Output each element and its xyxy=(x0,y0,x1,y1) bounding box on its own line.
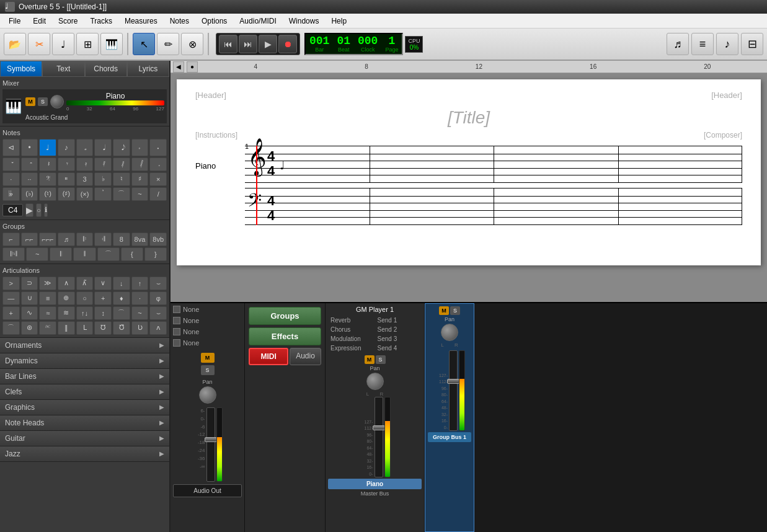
tab-text[interactable]: Text xyxy=(42,61,84,77)
menu-options[interactable]: Options xyxy=(195,16,233,27)
artic3-7[interactable]: ~ xyxy=(131,306,149,320)
dot-icon-8[interactable]: × xyxy=(149,172,167,186)
graphics-header[interactable]: Graphics ▶ xyxy=(0,400,169,415)
artic2-3[interactable]: ⊕ xyxy=(58,291,75,305)
note-icon-5[interactable]: 𝅘𝅥 xyxy=(94,139,112,156)
chord-button[interactable]: ≡ xyxy=(691,33,714,55)
circle-btn[interactable]: ○ xyxy=(36,203,42,217)
artic2-6[interactable]: ♦ xyxy=(113,291,130,305)
info-btn[interactable]: ℹ xyxy=(44,203,48,217)
none-checkbox-2[interactable] xyxy=(173,328,180,335)
note-icon-4[interactable]: 𝅗 xyxy=(76,139,94,156)
group-icon-3[interactable]: ♬ xyxy=(58,233,75,246)
group-icon-7[interactable]: 8va xyxy=(131,233,149,246)
artic2-4[interactable]: ○ xyxy=(76,291,94,305)
back-button[interactable]: ⏭ xyxy=(239,35,257,53)
menu-measures[interactable]: Measures xyxy=(118,16,164,27)
master-s-button[interactable]: S xyxy=(201,365,215,375)
mixer-m-button[interactable]: M xyxy=(25,97,35,106)
artic4-6[interactable]: Ʊ̃ xyxy=(113,321,130,335)
gm-send-3[interactable]: Send 3 xyxy=(375,334,422,344)
guitar-header[interactable]: Guitar ▶ xyxy=(0,431,169,446)
master-pan-knob[interactable] xyxy=(199,386,216,404)
artic-8[interactable]: ⌣ xyxy=(149,277,167,290)
group-icon-0[interactable]: ⌐ xyxy=(2,233,20,246)
grid-button[interactable]: ⊞ xyxy=(76,33,99,55)
erase-button[interactable]: ⊗ xyxy=(181,33,203,55)
select-button[interactable]: ↖ xyxy=(133,33,155,55)
acc-icon-6[interactable]: ⌒ xyxy=(113,187,130,201)
group-icon-5[interactable]: 𝄇 xyxy=(94,233,112,246)
staff-button[interactable]: ♬ xyxy=(667,33,689,55)
group2-4[interactable]: ⌒ xyxy=(97,247,120,261)
audio-button[interactable]: Audio xyxy=(290,348,321,365)
note-icon-8[interactable]: 𝆺 xyxy=(149,139,167,156)
artic2-5[interactable]: + xyxy=(94,291,112,305)
acc-icon-0[interactable]: 𝄫 xyxy=(2,187,20,201)
artic4-1[interactable]: ⊛ xyxy=(21,321,38,335)
note-heads-header[interactable]: Note Heads ▶ xyxy=(0,415,169,430)
menu-help[interactable]: Help xyxy=(325,16,353,27)
rest-icon-1[interactable]: 𝄼 xyxy=(21,157,38,171)
none-checkbox-0[interactable] xyxy=(173,306,180,313)
artic3-3[interactable]: ≋ xyxy=(58,306,75,320)
artic-6[interactable]: ↓ xyxy=(113,277,130,290)
tab-lyrics[interactable]: Lyrics xyxy=(127,61,169,77)
gm-effect-chorus[interactable]: Chorus xyxy=(328,325,375,334)
group-icon-6[interactable]: 8 xyxy=(113,233,130,246)
artic-5[interactable]: ∨ xyxy=(94,277,112,290)
dynamics-header[interactable]: Dynamics ▶ xyxy=(0,353,169,368)
midi-button[interactable]: MIDI xyxy=(249,348,288,365)
rest-icon-3[interactable]: 𝄾 xyxy=(58,157,75,171)
master-m-button[interactable]: M xyxy=(201,353,215,363)
clefs-header[interactable]: Clefs ▶ xyxy=(0,384,169,399)
artic4-2[interactable]: 𝄊 xyxy=(39,321,56,335)
tab-chords[interactable]: Chords xyxy=(85,61,127,77)
menu-notes[interactable]: Notes xyxy=(164,16,195,27)
acc-icon-7[interactable]: ~ xyxy=(131,187,149,201)
mixer-s-button[interactable]: S xyxy=(38,97,48,106)
notes-alt-button[interactable]: ♪ xyxy=(716,33,738,55)
scissors-button[interactable]: ✂ xyxy=(28,33,50,55)
group-icon-2[interactable]: ⌐⌐⌐ xyxy=(39,233,56,246)
group-icon-4[interactable]: 𝄆 xyxy=(76,233,94,246)
record-button[interactable]: ⏺ xyxy=(278,35,297,53)
menu-tracks[interactable]: Tracks xyxy=(84,16,118,27)
none-checkbox-3[interactable] xyxy=(173,339,180,347)
artic-0[interactable]: > xyxy=(2,277,20,290)
note-icon-1[interactable]: • xyxy=(21,139,38,156)
rest-icon-8[interactable]: 𝅃 xyxy=(149,157,167,171)
gm-effect-mod[interactable]: Modulation xyxy=(328,334,375,344)
group2-1[interactable]: ~ xyxy=(26,247,48,261)
rest-icon-6[interactable]: 𝅁 xyxy=(113,157,130,171)
group2-5[interactable]: { xyxy=(121,247,143,261)
acc-icon-2[interactable]: (♮) xyxy=(39,187,56,201)
menu-edit[interactable]: Edit xyxy=(27,16,52,27)
artic-2[interactable]: ≫ xyxy=(39,277,56,290)
note-icon-0[interactable]: ⊲ xyxy=(2,139,20,156)
piano-fader[interactable] xyxy=(375,397,383,477)
arrow-btn[interactable]: ▶ xyxy=(25,203,33,217)
dot-icon-0[interactable]: · xyxy=(2,172,20,186)
rest-icon-0[interactable]: 𝄻 xyxy=(2,157,20,171)
dot-icon-4[interactable]: 3 xyxy=(76,172,94,186)
artic3-4[interactable]: ↑↓ xyxy=(76,306,94,320)
artic2-2[interactable]: ≡ xyxy=(39,291,56,305)
group2-0[interactable]: 𝄆𝄇 xyxy=(2,247,25,261)
rewind-button[interactable]: ⏮ xyxy=(219,35,237,53)
acc-icon-1[interactable]: (♭) xyxy=(21,187,38,201)
ornaments-header[interactable]: Ornaments ▶ xyxy=(0,338,169,353)
artic2-0[interactable]: — xyxy=(2,291,20,305)
artic-4[interactable]: ∧̃ xyxy=(76,277,94,290)
note-button[interactable]: ♩ xyxy=(52,33,74,55)
note-icon-2[interactable]: ♩ xyxy=(39,139,56,156)
dot-icon-2[interactable]: 𝄤 xyxy=(39,172,56,186)
artic3-1[interactable]: ∿ xyxy=(21,306,38,320)
note-icon-3[interactable]: ♪ xyxy=(58,139,75,156)
ruler-toggle-right[interactable]: ● xyxy=(187,61,198,73)
master-fader-handle[interactable] xyxy=(205,437,217,442)
group-fader[interactable] xyxy=(449,350,458,431)
pencil-button[interactable]: ✏ xyxy=(157,33,179,55)
menu-score[interactable]: Score xyxy=(52,16,84,27)
score-area[interactable]: [Header] [Header] [Title] [Instructions]… xyxy=(171,73,767,302)
